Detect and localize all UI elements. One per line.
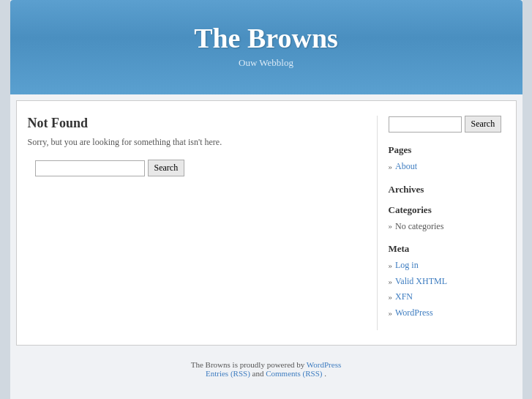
sidebar-section-meta: Meta » Log in » Valid XHTML » XFN » Word… <box>389 243 505 321</box>
footer-comments-rss[interactable]: Comments (RSS) <box>266 369 322 378</box>
sidebar-section-archives: Archives <box>389 184 505 195</box>
arrow-icon: » <box>389 306 393 321</box>
sidebar-search-form: Search <box>389 116 505 133</box>
sidebar: Search Pages » About Archives Categories… <box>377 116 505 330</box>
sidebar-meta-xhtml: » Valid XHTML <box>389 274 505 290</box>
sidebar-meta-wordpress: » WordPress <box>389 305 505 321</box>
sidebar-meta-login: » Log in <box>389 258 505 274</box>
sidebar-section-categories: Categories » No categories <box>389 204 505 235</box>
sidebar-no-categories: » No categories <box>389 219 505 235</box>
site-footer: The Browns is proudly powered by WordPre… <box>16 351 517 387</box>
sidebar-pages-about: » About <box>389 159 505 175</box>
sidebar-link-about[interactable]: About <box>395 159 417 175</box>
arrow-icon: » <box>389 275 393 289</box>
sidebar-link-login[interactable]: Log in <box>395 258 419 274</box>
site-subtitle: Ouw Webblog <box>25 57 508 69</box>
sidebar-archives-title: Archives <box>389 184 505 195</box>
sidebar-categories-title: Categories <box>389 204 505 216</box>
not-found-message: Sorry, but you are looking for something… <box>28 137 362 148</box>
footer-line2: Entries (RSS) and Comments (RSS) . <box>25 369 508 378</box>
footer-period: . <box>324 369 326 378</box>
footer-line1: The Browns is proudly powered by WordPre… <box>25 360 508 369</box>
sidebar-search-input[interactable] <box>389 116 462 133</box>
content-area: Not Found Sorry, but you are looking for… <box>16 100 517 346</box>
arrow-icon: » <box>389 219 393 234</box>
main-search-input[interactable] <box>35 160 145 176</box>
sidebar-link-xfn[interactable]: XFN <box>395 289 413 305</box>
not-found-title: Not Found <box>28 116 362 131</box>
arrow-icon: » <box>389 258 393 273</box>
sidebar-meta-xfn: » XFN <box>389 289 505 305</box>
arrow-icon: » <box>389 290 393 305</box>
sidebar-pages-title: Pages <box>389 144 505 156</box>
footer-text-before: The Browns is proudly powered by <box>191 360 307 369</box>
sidebar-meta-title: Meta <box>389 243 505 255</box>
site-header: The Browns Ouw Webblog <box>10 0 522 94</box>
sidebar-link-wordpress[interactable]: WordPress <box>395 305 433 321</box>
sidebar-search-button[interactable]: Search <box>465 116 502 133</box>
footer-entries-rss[interactable]: Entries (RSS) <box>206 369 250 378</box>
site-title: The Browns <box>25 22 508 54</box>
footer-wordpress-link[interactable]: WordPress <box>307 360 341 369</box>
arrow-icon: » <box>389 160 393 174</box>
sidebar-section-pages: Pages » About <box>389 144 505 175</box>
page-wrapper: The Browns Ouw Webblog Not Found Sorry, … <box>10 0 522 399</box>
footer-and-text: and <box>252 369 266 378</box>
sidebar-link-xhtml[interactable]: Valid XHTML <box>395 274 447 290</box>
no-categories-label: No categories <box>395 219 443 235</box>
main-content: Not Found Sorry, but you are looking for… <box>28 116 377 330</box>
main-search-form: Search <box>35 160 362 176</box>
main-search-button[interactable]: Search <box>148 160 185 176</box>
